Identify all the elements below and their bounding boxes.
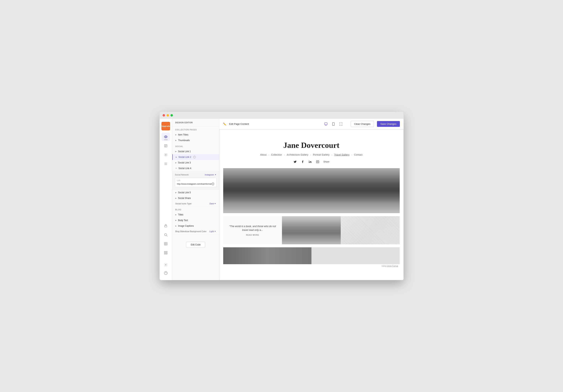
svg-rect-23 <box>324 123 327 125</box>
preview-canvas: Jane Dovercourt About ● Collection ● Arc… <box>219 129 404 280</box>
topbar: ✏️ Edit Page Content Clear Changes <box>219 119 404 129</box>
svg-rect-17 <box>166 252 167 253</box>
sidebar-item-social-link-4[interactable]: ▼ Social Link 4 <box>172 165 219 171</box>
pencil-icon: ✏️ <box>223 123 226 126</box>
sidebar-item-thumbnails[interactable]: ▶ Thumbnails <box>172 138 219 143</box>
site-name-heading: Jane Dovercourt <box>223 141 400 150</box>
svg-rect-19 <box>166 253 167 254</box>
chevron-right-icon: ▶ <box>175 219 177 221</box>
sidebar-item-social-link-2[interactable]: ▶ Social Link 2 ? <box>172 154 219 160</box>
nav-collection[interactable]: Collection <box>271 153 282 156</box>
fullscreen-dot[interactable] <box>170 114 173 116</box>
network-field-label: Social Network <box>175 174 189 176</box>
sidebar-item-social-link-3[interactable]: ▶ Social Link 3 <box>172 160 219 165</box>
blog-slideshow-value[interactable]: Light ▼ <box>209 230 216 232</box>
twitter-icon[interactable] <box>293 160 297 164</box>
trees-image <box>282 216 341 244</box>
social-icons-type-label: Social Icons Type <box>175 202 192 205</box>
format-link[interactable]: Using Format <box>387 265 398 267</box>
preview-frame: Jane Dovercourt About ● Collection ● Arc… <box>223 141 400 280</box>
edit-code-button[interactable]: Edit Code <box>186 242 205 248</box>
chevron-right-icon: ▶ <box>175 139 177 141</box>
svg-rect-29 <box>317 160 319 163</box>
minimize-dot[interactable] <box>166 114 169 116</box>
chevron-right-icon: ▶ <box>175 197 177 199</box>
nav-contact[interactable]: Contact <box>354 153 362 156</box>
expand-view-button[interactable] <box>338 121 344 127</box>
svg-point-5 <box>165 154 166 155</box>
help-icon-item[interactable] <box>162 269 170 277</box>
sidebar-item-social-share[interactable]: ▶ Social Share <box>172 195 219 201</box>
social-section-label: SOCIAL <box>172 143 219 149</box>
lock-icon-item[interactable] <box>162 222 170 230</box>
chevron-down-icon: ▼ <box>214 203 216 204</box>
chevron-down-icon: ▼ <box>175 167 177 169</box>
view-icon-item[interactable]: View <box>162 133 170 141</box>
chevron-right-icon: ▶ <box>175 134 177 136</box>
link-input-label: Link <box>177 179 214 181</box>
titlebar <box>160 112 404 119</box>
social-icons-type-value[interactable]: Dark ▼ <box>209 202 216 205</box>
linkedin-icon[interactable] <box>308 160 312 164</box>
link-input-value[interactable]: http://www.instagram.com/teamformat <box>177 183 212 185</box>
sidebar-item-body-text[interactable]: ▶ Body Text <box>172 217 219 223</box>
svg-rect-18 <box>165 253 166 254</box>
search-icon-item[interactable] <box>162 231 170 239</box>
view-label: View <box>164 139 167 140</box>
clear-link-button[interactable]: ✕ <box>212 182 214 186</box>
aerial-image <box>341 216 399 244</box>
nav-separator: ● <box>284 154 285 156</box>
svg-rect-16 <box>165 252 166 253</box>
bottom-left-image <box>223 247 311 264</box>
watermark: Using Using Format <box>223 264 400 268</box>
nav-architecture-gallery[interactable]: Architecture Gallery <box>287 153 308 156</box>
nav-travel-gallery[interactable]: Travel Gallery <box>334 153 349 156</box>
edit-page-label: Edit Page Content <box>229 123 316 125</box>
design-icon-item[interactable] <box>162 151 170 159</box>
desktop-view-button[interactable] <box>323 121 329 127</box>
chevron-right-icon: ▶ <box>176 156 177 158</box>
settings-icon-item[interactable] <box>162 261 170 269</box>
list-icon-item[interactable] <box>162 160 170 168</box>
svg-point-0 <box>165 136 166 138</box>
blog-slideshow-label: Blog Slideshow Background Color <box>175 230 206 232</box>
nav-about[interactable]: About <box>260 153 267 156</box>
grid-icon-item[interactable] <box>162 249 170 257</box>
upgrade-button[interactable]: Upgrade <box>161 122 170 130</box>
sidebar-item-social-link-1[interactable]: ▶ Social Link 1 <box>172 149 219 154</box>
chevron-down-icon: ▼ <box>215 174 217 176</box>
pages-icon-item[interactable] <box>162 142 170 150</box>
facebook-icon[interactable] <box>301 160 305 164</box>
blog-quote-cell: "The world is a book, and those who do n… <box>223 216 282 244</box>
blog-slideshow-bg-row: Blog Slideshow Background Color Light ▼ <box>172 229 219 234</box>
chevron-right-icon: ▶ <box>175 214 177 215</box>
bottom-right-image <box>311 247 400 264</box>
nav-separator: ● <box>331 154 332 156</box>
clear-changes-button[interactable]: Clear Changes <box>351 121 374 127</box>
collection-section-label: COLLECTION PAGES <box>172 126 219 132</box>
link-input-container: Link http://www.instagram.com/teamformat… <box>175 178 217 187</box>
mobile-view-button[interactable] <box>330 121 336 127</box>
network-field-value[interactable]: Instagram ▼ <box>205 174 217 176</box>
svg-line-11 <box>166 236 167 236</box>
share-text[interactable]: Share <box>323 160 329 163</box>
bottom-row <box>223 247 400 264</box>
nav-separator: ● <box>269 154 269 156</box>
sidebar-item-item-titles[interactable]: ▶ Item Titles <box>172 132 219 138</box>
sidebar-item-social-link-5[interactable]: ▶ Social Link 5 <box>172 190 219 195</box>
close-dot[interactable] <box>163 114 165 116</box>
social-icons-row: Share <box>223 160 400 164</box>
sidebar-item-titles[interactable]: ▶ Titles <box>172 212 219 217</box>
read-more-link[interactable]: READ MORE <box>246 234 259 236</box>
table-icon-item[interactable] <box>162 240 170 248</box>
nav-portrait-gallery[interactable]: Portrait Gallery <box>313 153 330 156</box>
blog-quote-text: "The world is a book, and those who do n… <box>227 224 278 232</box>
nav-separator: ● <box>351 154 352 156</box>
instagram-icon[interactable] <box>316 160 320 164</box>
app-body: Upgrade View <box>160 119 404 280</box>
save-changes-button[interactable]: Save Changes <box>377 121 400 127</box>
chevron-right-icon: ▶ <box>175 162 177 164</box>
view-toggle-group <box>323 121 344 127</box>
link-input-row: http://www.instagram.com/teamformat ✕ <box>177 182 214 186</box>
sidebar-item-image-captions[interactable]: ▶ Image Captions <box>172 223 219 229</box>
